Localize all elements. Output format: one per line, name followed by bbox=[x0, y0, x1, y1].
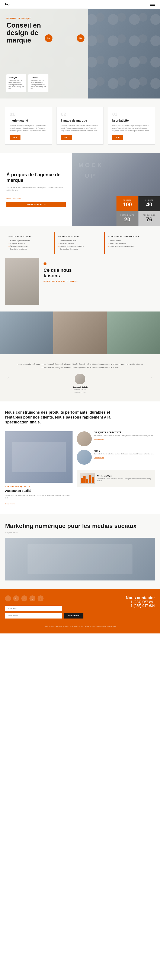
team-photos-section bbox=[0, 312, 160, 354]
build-main-image bbox=[5, 431, 73, 483]
service-list-1-item: Évaluation compétiteurs bbox=[8, 245, 51, 248]
footer-form-area: f in t g p S'ABONNER bbox=[5, 595, 83, 623]
footer-phone-1: 1 (234) 567-891 bbox=[90, 600, 155, 604]
stat-recompense-label: RÉCOMPENSE bbox=[142, 214, 156, 216]
service-col-3-title: STRATÉGIE DE COMMUNICATION bbox=[108, 235, 152, 237]
feature-card-2: 02 l'image de marque Vivamus commodo sem… bbox=[57, 107, 104, 145]
team-photo-2-bg bbox=[53, 312, 107, 354]
feature-card-1: 01 haute qualité Vivamus commodo sem ege… bbox=[5, 107, 52, 145]
team-photo-1 bbox=[0, 312, 53, 354]
prev-arrow[interactable]: ‹ bbox=[5, 375, 11, 380]
social-icon-pinterest[interactable]: p bbox=[38, 595, 44, 601]
hero-card-design-text: Sample text. Click to select the text bo… bbox=[8, 80, 24, 90]
logo: logo bbox=[5, 3, 11, 6]
services-columns: STRATÉGIE DE MARQUE Audit du capital de … bbox=[5, 232, 155, 254]
footer-form: S'ABONNER bbox=[5, 606, 83, 619]
footer-phone-2: 1 (235) 947-634 bbox=[90, 604, 155, 608]
person-image bbox=[5, 258, 39, 305]
social-icon-twitter[interactable]: t bbox=[21, 595, 27, 601]
build-small-link-2[interactable]: Lisez la suite bbox=[94, 457, 104, 458]
feature-title-2: l'image de marque bbox=[61, 119, 99, 122]
stat-projets-num: 100 bbox=[120, 201, 134, 208]
build-small-title-1: DÉLIQUEZ LA CRÉATIVITÉ bbox=[94, 431, 154, 434]
social-icon-google[interactable]: g bbox=[29, 595, 35, 601]
stat-clients: CLIENTS 40 bbox=[138, 196, 160, 211]
service-col-1: STRATÉGIE DE MARQUE Audit du capital de … bbox=[5, 232, 55, 254]
hero-tag: IDENTITÉ DE MARQUE bbox=[6, 17, 82, 19]
testimonial-section: ‹ Lorem ipsum dolor sit amet, consectetu… bbox=[0, 354, 160, 401]
feature-card-3: 03 la créativité Vivamus commodo sem ege… bbox=[108, 107, 155, 145]
build-main: ASSISTANCE QUALITÉ Assistance qualité Sa… bbox=[5, 431, 73, 505]
testimonial-text: Lorem ipsum dolor sit amet, consectetur … bbox=[15, 363, 145, 369]
feature-btn-2[interactable]: Voir bbox=[61, 135, 72, 140]
build-text: Nous construisons des produits performan… bbox=[5, 410, 112, 425]
stat-recompense: RÉCOMPENSE 76 bbox=[138, 211, 160, 226]
hero-card-conseil: Conseil Sample text. Click to select the… bbox=[29, 74, 48, 92]
build-small-desc-1: Sample text. Click to select the text bo… bbox=[94, 434, 154, 437]
build-right: DÉLIQUEZ LA CRÉATIVITÉ Sample text. Clic… bbox=[77, 431, 155, 505]
service-col-1-title: STRATÉGIE DE MARQUE bbox=[8, 235, 51, 237]
chart-bar-2 bbox=[83, 476, 86, 483]
service-list-1: Audit du capital de marque Analyse d'aud… bbox=[8, 239, 51, 250]
stat-equipe: NOTRE ÉQUIPE 20 bbox=[116, 211, 138, 226]
header: logo bbox=[0, 0, 160, 9]
footer-contact-area: Nous contacter 1 (234) 567-891 1 (235) 9… bbox=[90, 595, 155, 623]
footer-email-input[interactable] bbox=[5, 613, 62, 619]
chart-mini bbox=[80, 473, 95, 484]
marketing-section: Marketing numérique pour les médias soci… bbox=[0, 514, 160, 589]
service-list-2-item: Candidature de marque bbox=[59, 248, 101, 250]
footer: f in t g p S'ABONNER Nous contacter 1 (2… bbox=[0, 589, 160, 633]
chart-bar-1 bbox=[81, 478, 83, 483]
about-btn[interactable]: APPRENDRE PLUS bbox=[6, 202, 66, 207]
testimonial-author-name: Samuel Seleb bbox=[15, 386, 145, 389]
feature-btn-3[interactable]: Voir bbox=[112, 135, 123, 140]
testimonial-author-role: Fondateur & Fils bbox=[15, 389, 145, 391]
team-photo-2 bbox=[53, 312, 107, 354]
team-photo-3-bg bbox=[107, 312, 160, 354]
build-small-desc-2: Sample text. Click to select the text bo… bbox=[94, 453, 154, 455]
build-small-title-2: Item 2 bbox=[94, 450, 154, 452]
marketing-title: Marketing numérique pour les médias soci… bbox=[5, 522, 155, 530]
person-image-container bbox=[5, 258, 39, 305]
hero-card-design-title: Stratégie bbox=[8, 76, 24, 79]
hero-card-conseil-text: Sample text. Click to select the text bo… bbox=[30, 80, 46, 90]
social-icon-facebook[interactable]: f bbox=[5, 595, 11, 601]
hero-section: IDENTITÉ DE MARQUE Conseil endesign dema… bbox=[0, 9, 160, 99]
hamburger-menu[interactable] bbox=[150, 3, 155, 6]
build-main-link[interactable]: Lisez la suite bbox=[5, 503, 15, 505]
build-small-image-1 bbox=[77, 431, 92, 446]
service-list-3: Identité verbale Exploration du slogan G… bbox=[108, 239, 152, 248]
social-icon-instagram[interactable]: in bbox=[13, 595, 19, 601]
footer-submit-btn[interactable]: S'ABONNER bbox=[64, 613, 83, 619]
chart-bar-3 bbox=[86, 479, 88, 483]
person-section: Ce que nousfaisons CONCEPTION DE HAUTE Q… bbox=[5, 258, 155, 305]
about-text: Sample text. Click to select the text bo… bbox=[6, 186, 66, 192]
marketing-image bbox=[5, 538, 155, 581]
marketing-source: Image de Pexels bbox=[5, 531, 155, 533]
build-small-text-2: Item 2 Sample text. Click to select the … bbox=[94, 450, 154, 465]
build-main-title: Assistance qualité bbox=[5, 489, 73, 492]
service-list-2: Positionnement visuel Système d'identité… bbox=[59, 239, 101, 250]
services-grid: STRATÉGIE DE MARQUE Audit du capital de … bbox=[5, 232, 155, 254]
hero-cards: Stratégie Sample text. Click to select t… bbox=[6, 74, 48, 92]
build-small-text-1: DÉLIQUEZ LA CRÉATIVITÉ Sample text. Clic… bbox=[94, 431, 154, 446]
what-we-do-title: Ce que nousfaisons bbox=[44, 267, 155, 278]
feature-num-1: 01 bbox=[10, 111, 48, 117]
stat-equipe-num: 20 bbox=[120, 216, 134, 223]
footer-copyright: Copyright © 2024 Nom de l'entreprise. To… bbox=[5, 623, 155, 627]
team-photo-3 bbox=[107, 312, 160, 354]
footer-name-input[interactable] bbox=[5, 606, 62, 611]
stats-overlay: PROJETS 100 CLIENTS 40 NOTRE ÉQUIPE 20 R… bbox=[116, 196, 160, 226]
stat-projets: PROJETS 100 bbox=[116, 196, 138, 211]
about-left: À propos de l'agence de marque Sample te… bbox=[0, 153, 72, 226]
build-small-2: Item 2 Sample text. Click to select the … bbox=[77, 450, 155, 465]
feature-btn-1[interactable]: Voir bbox=[10, 135, 21, 140]
build-small-link-1[interactable]: Lisez la suite bbox=[94, 438, 104, 440]
build-aside-desc: Sample text. Click to select the text bo… bbox=[97, 478, 152, 482]
build-grid: ASSISTANCE QUALITÉ Assistance qualité Sa… bbox=[5, 431, 155, 505]
hero-overlay: IDENTITÉ DE MARQUE Conseil endesign dema… bbox=[0, 9, 88, 99]
about-title: À propos de l'agence de marque bbox=[6, 172, 66, 183]
next-arrow[interactable]: › bbox=[149, 375, 155, 380]
feature-num-3: 03 bbox=[112, 111, 150, 117]
build-main-desc: Sample text. Click to select the text bo… bbox=[5, 494, 73, 499]
